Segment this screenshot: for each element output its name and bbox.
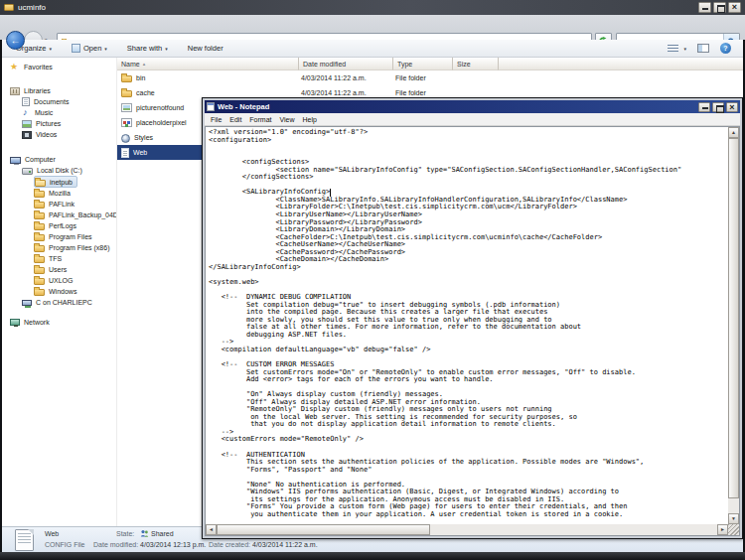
folder-icon: [34, 278, 45, 285]
text-caret: [330, 189, 331, 197]
sidebar-item-network[interactable]: Network: [10, 317, 54, 328]
file-name: cache: [136, 89, 155, 96]
sidebar-item-paflink[interactable]: PAFLink: [34, 199, 78, 210]
libraries-icon: [10, 87, 20, 95]
sidebar-item-inetpub[interactable]: inetpub: [34, 176, 77, 188]
shared-people-icon: [140, 529, 149, 539]
sidebar-item-paflink-backup-04dec2[interactable]: PAFLink_Backup_04Dec2: [34, 210, 117, 220]
computer-icon: [10, 157, 21, 164]
notepad-text-area[interactable]: <?xml version="1.0" encoding="utf-8"?> <…: [207, 128, 727, 523]
folder-icon: [121, 90, 132, 97]
sidebar-item-local-disk-c[interactable]: Local Disk (C:): [22, 165, 86, 176]
file-type: File folder: [393, 89, 453, 96]
notepad-icon: [207, 102, 215, 111]
folder-open-icon: [35, 180, 46, 187]
new-folder-button[interactable]: New folder: [188, 44, 224, 53]
chevron-down-icon: ▾: [104, 46, 107, 52]
help-button[interactable]: ?: [720, 43, 731, 54]
close-button[interactable]: [728, 2, 741, 13]
sidebar-item-users[interactable]: Users: [34, 264, 71, 275]
sidebar-item-program-files-x86[interactable]: Program Files (x86): [34, 242, 113, 253]
sidebar-item-windows[interactable]: Windows: [34, 286, 80, 297]
preview-pane-button[interactable]: [697, 44, 709, 53]
sidebar-item-c-on-charliepc[interactable]: C on CHARLIEPC: [22, 297, 96, 308]
menu-view[interactable]: View: [276, 116, 299, 123]
resize-grip[interactable]: [728, 524, 739, 535]
sidebar-item-pictures[interactable]: Pictures: [22, 118, 65, 129]
sidebar-item-label: Favorites: [24, 64, 53, 70]
sidebar-item-label: Windows: [49, 288, 76, 295]
sidebar-item-label: inetpub: [50, 179, 73, 186]
sidebar-item-label: Program Files: [49, 233, 92, 240]
column-header-type[interactable]: Type: [393, 58, 453, 70]
sidebar-item-mozilla[interactable]: Mozilla: [34, 188, 74, 199]
file-preview-icon: [15, 529, 34, 551]
sidebar-item-music[interactable]: Music: [22, 107, 57, 118]
sidebar-item-program-files[interactable]: Program Files: [34, 231, 96, 242]
sidebar-item-label: Music: [35, 109, 53, 116]
sidebar-item-label: Local Disk (C:): [37, 167, 82, 174]
scroll-down-button[interactable]: ▼: [728, 513, 739, 524]
column-headers: Name▴Date modifiedTypeSize: [117, 58, 743, 70]
file-row-bin[interactable]: bin4/03/2014 11:22 a.m.File folder: [117, 70, 743, 85]
sidebar-item-documents[interactable]: Documents: [22, 96, 73, 107]
sidebar-item-label: UXLOG: [49, 277, 74, 284]
screen: ucminfo ← → ▾ ▸ Computer▸Local Disk (C:)…: [0, 0, 745, 560]
scroll-up-button[interactable]: ▲: [728, 127, 739, 138]
maximize-button[interactable]: [713, 2, 726, 13]
sidebar-item-uxlog[interactable]: UXLOG: [34, 275, 77, 286]
sidebar-item-label: Documents: [34, 98, 69, 105]
notepad-window-controls: [698, 102, 738, 112]
change-view-button[interactable]: ▾: [668, 45, 686, 53]
notepad-close-button[interactable]: [726, 102, 738, 112]
notepad-maximize-button[interactable]: [712, 102, 724, 112]
explorer-titlebar[interactable]: ucminfo: [0, 0, 745, 15]
sidebar-item-computer[interactable]: Computer: [10, 154, 60, 165]
folder-icon: [121, 75, 132, 82]
scroll-left-button[interactable]: ◄: [206, 524, 217, 535]
date-modified-label: Date modified:: [93, 541, 138, 548]
share-with-button[interactable]: Share with ▾: [127, 44, 168, 53]
horizontal-scrollbar[interactable]: ◄ ►: [206, 524, 728, 535]
menu-help[interactable]: Help: [299, 116, 321, 123]
menu-edit[interactable]: Edit: [225, 116, 245, 123]
file-name-cell: bin: [117, 73, 299, 82]
folder-icon: [34, 267, 45, 274]
file-type: File folder: [393, 74, 453, 81]
folder-icon: [4, 4, 14, 11]
sidebar-item-favorites[interactable]: Favorites: [10, 62, 57, 72]
minimize-button[interactable]: [698, 2, 711, 13]
notepad-title: Web - Notepad: [218, 102, 695, 111]
notepad-minimize-button[interactable]: [698, 102, 710, 112]
sort-ascending-icon: ▴: [143, 61, 146, 67]
sidebar-item-libraries[interactable]: Libraries: [10, 85, 55, 96]
sidebar-item-label: PAFLink: [49, 201, 74, 208]
file-name: picturenotfound: [136, 104, 184, 111]
menu-format[interactable]: Format: [245, 116, 275, 123]
column-header-date-modified[interactable]: Date modified: [299, 58, 393, 70]
vertical-scrollbar-thumb[interactable]: [728, 138, 739, 498]
menu-file[interactable]: File: [207, 116, 225, 123]
column-header-size[interactable]: Size: [453, 58, 499, 70]
chevron-down-icon: ▾: [165, 46, 168, 52]
column-header-label: Type: [397, 61, 412, 68]
scroll-right-button[interactable]: ►: [717, 524, 728, 535]
open-button[interactable]: Open ▾: [72, 44, 107, 53]
sidebar-item-label: Users: [49, 266, 67, 273]
horizontal-scrollbar-thumb[interactable]: [217, 524, 430, 535]
notepad-titlebar[interactable]: Web - Notepad: [205, 100, 740, 113]
folder-icon: [34, 256, 45, 263]
sidebar-item-tfs[interactable]: TFS: [34, 253, 66, 264]
details-date-modified: Date modified: 4/03/2014 12:13 p.m.: [93, 541, 206, 548]
sidebar-item-perflogs[interactable]: PerfLogs: [34, 220, 80, 231]
vertical-scrollbar[interactable]: ▲ ▼: [728, 127, 739, 524]
folder-icon: [34, 289, 45, 296]
netdrive-icon: [22, 300, 32, 306]
column-header-name[interactable]: Name▴: [117, 58, 299, 70]
file-name: placeholderpixel: [136, 119, 187, 126]
file-name: bin: [136, 74, 145, 81]
back-button[interactable]: ←: [6, 31, 25, 50]
sidebar-item-videos[interactable]: Videos: [22, 129, 61, 140]
notepad-client-area: <?xml version="1.0" encoding="utf-8"?> <…: [205, 126, 740, 536]
sidebar-item-label: PerfLogs: [49, 222, 76, 229]
